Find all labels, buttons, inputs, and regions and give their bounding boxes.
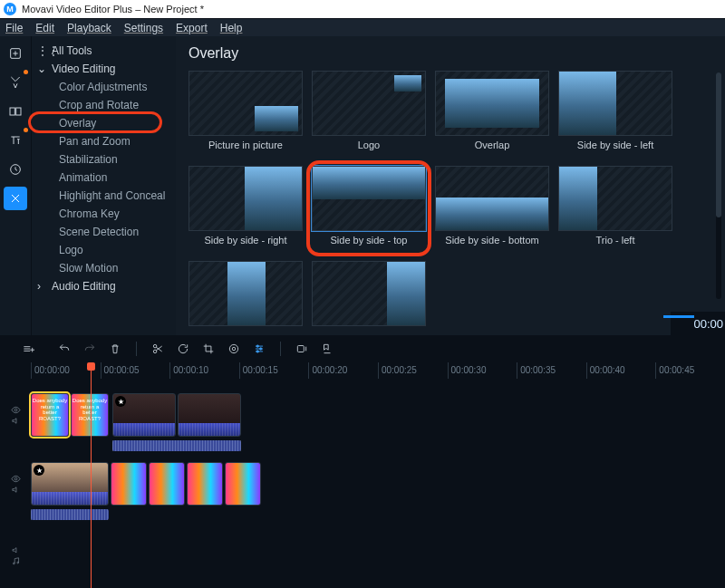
sidebar-pan-zoom[interactable]: Pan and Zoom	[32, 132, 176, 150]
sidebar-scene-detection[interactable]: Scene Detection	[32, 223, 176, 241]
titles-button[interactable]	[4, 129, 27, 152]
svg-point-10	[256, 351, 258, 352]
sidebar-crop-rotate[interactable]: Crop and Rotate	[32, 96, 176, 114]
add-media-button[interactable]	[4, 42, 27, 65]
more-tools-button[interactable]	[4, 187, 27, 210]
undo-button[interactable]	[58, 342, 71, 355]
sidebar-chroma-key[interactable]: Chroma Key	[32, 205, 176, 223]
card-row3-a[interactable]	[188, 261, 303, 347]
overlay-audio-clip[interactable]	[112, 440, 241, 451]
speaker-icon	[11, 485, 21, 495]
playhead[interactable]	[91, 362, 92, 588]
card-picture-in-picture[interactable]: Picture in picture	[188, 71, 303, 157]
tracks: Does anybody return abetter ROAST? Does …	[0, 379, 725, 588]
card-logo[interactable]: Logo	[312, 71, 426, 157]
sidebar-logo[interactable]: Logo	[32, 241, 176, 259]
sidebar-slow-motion[interactable]: Slow Motion	[32, 259, 176, 277]
tools-sidebar: ⋮⋮All Tools ⌄Video Editing Color Adjustm…	[31, 36, 176, 335]
overlay-gallery-panel: Overlay Picture in picture Logo Overlap …	[176, 36, 725, 335]
star-icon: ★	[34, 465, 44, 476]
sidebar-video-editing[interactable]: ⌄Video Editing	[32, 60, 176, 78]
overlay-clip-3[interactable]: ★	[112, 393, 176, 437]
window-title: Movavi Video Editor Plus – New Project *	[22, 4, 204, 14]
overlay-clip-2[interactable]: Does anybody return abetter ROAST?	[71, 393, 109, 437]
video-clip-4[interactable]	[187, 462, 223, 506]
svg-point-14	[13, 563, 14, 564]
main: ⋮⋮All Tools ⌄Video Editing Color Adjustm…	[0, 36, 725, 335]
transitions-button[interactable]	[4, 100, 27, 123]
overlay-clip-1[interactable]: Does anybody return abetter ROAST?	[31, 393, 69, 437]
sidebar-color-adjustments[interactable]: Color Adjustments	[32, 78, 176, 96]
card-trio-left[interactable]: Trio - left	[558, 166, 672, 252]
audio-track[interactable]	[0, 545, 725, 565]
timeline[interactable]: 00:00:0000:00:05 00:00:1000:00:15 00:00:…	[0, 362, 725, 588]
menubar: File Edit Playback Settings Export Help	[0, 18, 725, 36]
gallery-scrollbar[interactable]	[716, 72, 721, 299]
redo-button[interactable]	[83, 342, 96, 355]
left-icon-rail	[0, 36, 31, 335]
titlebar: M Movavi Video Editor Plus – New Project…	[0, 0, 725, 18]
overlay-audio-track[interactable]	[0, 440, 725, 453]
overlay-track[interactable]: Does anybody return abetter ROAST? Does …	[0, 391, 725, 439]
eye-icon	[11, 474, 21, 484]
overlay-grid: Picture in picture Logo Overlap Side by …	[188, 71, 712, 347]
video-audio-clip[interactable]	[31, 509, 109, 520]
overlay-clip-4[interactable]	[178, 393, 241, 437]
sidebar-audio-editing[interactable]: ›Audio Editing	[32, 277, 176, 295]
eye-icon	[11, 405, 21, 415]
menu-export[interactable]: Export	[176, 22, 208, 34]
video-track-head[interactable]	[0, 460, 31, 507]
star-icon: ★	[115, 396, 126, 407]
timeline-ruler[interactable]: 00:00:0000:00:05 00:00:1000:00:15 00:00:…	[0, 362, 725, 379]
video-clip-3[interactable]	[149, 462, 185, 506]
svg-point-12	[14, 409, 17, 411]
sidebar-animation[interactable]: Animation	[32, 169, 176, 187]
stickers-button[interactable]	[4, 158, 27, 181]
video-clip-5[interactable]	[225, 462, 261, 506]
card-row3-b[interactable]	[312, 261, 426, 347]
speaker-icon	[11, 416, 21, 426]
sidebar-overlay[interactable]: Overlay	[32, 114, 176, 132]
menu-settings[interactable]: Settings	[124, 22, 163, 34]
video-clip-2[interactable]	[111, 462, 147, 506]
rotate-button[interactable]	[177, 342, 189, 355]
delete-button[interactable]	[109, 342, 121, 355]
card-side-right[interactable]: Side by side - right	[188, 166, 303, 252]
preview-timecode: 00:00	[671, 312, 725, 335]
app-logo-icon: M	[4, 3, 16, 15]
sidebar-all-tools[interactable]: ⋮⋮All Tools	[32, 42, 176, 60]
filters-button[interactable]	[4, 71, 27, 94]
svg-point-13	[14, 477, 17, 480]
svg-point-9	[260, 348, 262, 350]
svg-rect-1	[10, 108, 14, 115]
panel-title: Overlay	[188, 45, 712, 62]
overlay-track-head[interactable]	[0, 391, 31, 439]
video-audio-track[interactable]	[0, 509, 725, 522]
music-note-icon	[11, 556, 21, 566]
video-clip-1[interactable]: ★	[31, 462, 109, 506]
menu-edit[interactable]: Edit	[35, 22, 54, 34]
svg-point-7	[232, 347, 236, 351]
menu-file[interactable]: File	[5, 22, 23, 34]
speaker-icon	[11, 545, 21, 555]
menu-help[interactable]: Help	[220, 22, 243, 34]
add-track-button[interactable]	[13, 340, 44, 358]
card-side-top[interactable]: Side by side - top	[312, 166, 426, 252]
sidebar-stabilization[interactable]: Stabilization	[32, 150, 176, 169]
audio-track-head[interactable]	[0, 545, 31, 565]
video-track[interactable]: ★	[0, 460, 725, 507]
svg-rect-2	[16, 108, 21, 115]
sidebar-highlight-conceal[interactable]: Highlight and Conceal	[32, 187, 176, 205]
split-button[interactable]	[151, 342, 164, 355]
svg-point-15	[16, 562, 18, 564]
card-side-bottom[interactable]: Side by side - bottom	[435, 166, 549, 252]
card-side-left[interactable]: Side by side - left	[558, 71, 672, 157]
menu-playback[interactable]: Playback	[67, 22, 111, 34]
card-overlap[interactable]: Overlap	[435, 71, 549, 157]
